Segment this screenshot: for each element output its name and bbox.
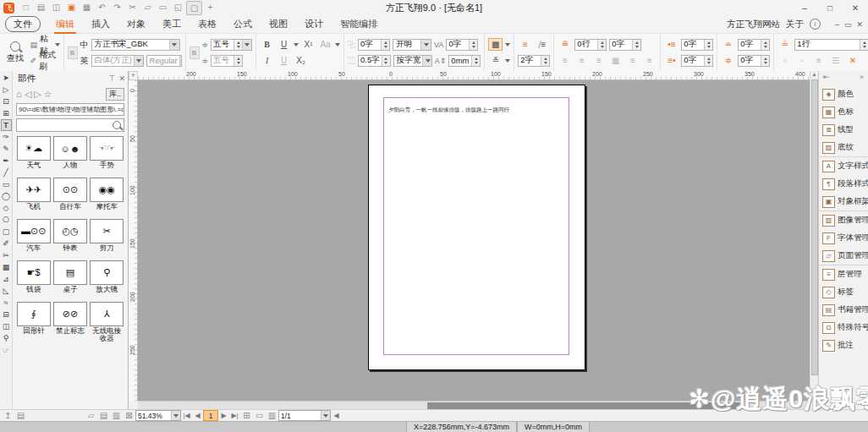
- linegap-spinner[interactable]: 0.5字: [358, 55, 391, 67]
- vertical-scroll-thumb[interactable]: [811, 79, 818, 375]
- close-button[interactable]: ✕: [843, 1, 868, 15]
- dock-panel-item[interactable]: A 文字样式: [819, 156, 868, 175]
- first-page-button[interactable]: |◀: [181, 412, 192, 419]
- dock-panel-item[interactable]: ✎ 批注: [819, 336, 868, 354]
- direct-select-tool[interactable]: ▷: [1, 84, 12, 96]
- kerning-spinner[interactable]: 0字: [358, 39, 390, 51]
- dock-panel-item[interactable]: ▣ 对象框架: [819, 193, 868, 211]
- part-item[interactable]: ▤ 桌子: [52, 260, 87, 301]
- page-tool-icon[interactable]: ▤: [97, 411, 110, 420]
- dock-panel-item[interactable]: ¶ 段落样式: [819, 175, 868, 193]
- kern-mode-select[interactable]: 开明: [393, 39, 431, 51]
- indent-right-spinner[interactable]: 0字: [681, 55, 713, 67]
- doc-minimize-button[interactable]: –: [835, 20, 839, 29]
- next-page-button[interactable]: ▶: [218, 412, 229, 419]
- ribbon-tab[interactable]: 插入: [83, 15, 118, 34]
- part-item[interactable]: ✈✈ 飞机: [16, 178, 51, 218]
- paste-icon[interactable]: ▭: [156, 1, 170, 14]
- polygon-tool[interactable]: ⎔: [1, 214, 12, 226]
- page-tool-icon[interactable]: ▱: [85, 411, 97, 420]
- dock-panel-item[interactable]: ≡ 层管理: [819, 265, 868, 283]
- page-tool-icon[interactable]: ⊠: [123, 411, 135, 420]
- dock-collapse-icon[interactable]: ⇤: [823, 73, 830, 84]
- collapse-bar-icon[interactable]: ◀: [331, 412, 342, 419]
- export-image-icon[interactable]: ▦: [80, 1, 94, 14]
- part-item[interactable]: ∮ 回形针: [16, 302, 51, 342]
- frame-tool[interactable]: ⊞: [1, 107, 12, 119]
- crop-tool[interactable]: ⊡: [1, 96, 12, 107]
- scroll-up-icon[interactable]: ▲: [810, 72, 818, 77]
- ribbon-tab[interactable]: 智能编排: [332, 15, 386, 34]
- justify-icon[interactable]: ▦: [608, 54, 623, 67]
- part-item[interactable]: ⊘⊘ 禁止标志: [52, 302, 87, 342]
- ribbon-tab[interactable]: 美工: [154, 15, 190, 34]
- warp-tool[interactable]: ≈: [1, 297, 12, 309]
- dock-panel-item[interactable]: ▥ 图像管理: [819, 211, 868, 229]
- doc-close-button[interactable]: ✕: [856, 20, 863, 29]
- doc-restore-button[interactable]: ▭: [844, 20, 852, 29]
- page-tool-icon[interactable]: ▥: [110, 411, 123, 420]
- undo-icon[interactable]: ↶: [95, 1, 109, 14]
- dock-panel-item[interactable]: ≣ 线型: [819, 121, 868, 139]
- new-file-icon[interactable]: □: [19, 1, 33, 14]
- forward-icon[interactable]: ▷: [34, 89, 41, 100]
- dock-panel-item[interactable]: Ω 特殊符号: [819, 319, 868, 336]
- ribbon-tab[interactable]: 公式: [225, 15, 261, 34]
- part-item[interactable]: ◉◉ 摩托车: [90, 178, 124, 218]
- space-after-spinner[interactable]: 0字: [609, 39, 641, 51]
- library-folder-icon[interactable]: ▤: [14, 411, 27, 420]
- diamond-tool[interactable]: ◇: [1, 202, 12, 214]
- superscript-button[interactable]: X¹: [301, 38, 316, 51]
- copy-icon[interactable]: ▱: [140, 1, 155, 14]
- dock-panel-item[interactable]: ◈ 颜色: [819, 85, 868, 103]
- en-font-select[interactable]: 白体(方正): [91, 55, 144, 67]
- part-item[interactable]: ☛$ 钱袋: [16, 260, 51, 301]
- prev-page-button[interactable]: ◀: [192, 412, 203, 419]
- text-tool[interactable]: T: [1, 119, 12, 131]
- dock-panel-item[interactable]: ▨ 底纹: [819, 139, 868, 156]
- snapshot-icon[interactable]: ◱: [171, 1, 185, 14]
- dock-panel-item[interactable]: ▦ 色标: [819, 103, 868, 121]
- save-all-icon[interactable]: ▣: [64, 1, 79, 14]
- align-right-icon[interactable]: ≡: [591, 54, 606, 67]
- gradient-tool[interactable]: ▦: [1, 261, 12, 273]
- distribute-icon[interactable]: ≡: [642, 54, 656, 67]
- current-page-box[interactable]: 1: [203, 410, 218, 421]
- underline2-button[interactable]: U: [277, 54, 291, 67]
- part-item[interactable]: ☺☻ 人物: [52, 136, 87, 177]
- app-logo-icon[interactable]: 飞: [3, 3, 14, 14]
- home-icon[interactable]: ⌂: [16, 89, 22, 99]
- align-left-icon[interactable]: ≡: [558, 54, 572, 67]
- grid-option2-icon[interactable]: ▫: [794, 54, 809, 67]
- vertical-ruler[interactable]: 050100150200250: [129, 80, 138, 401]
- fit-mode-select[interactable]: 按字宽: [393, 55, 432, 67]
- library-path-field[interactable]: 90\=dE\数辅\物理\物理辅助图形\.=dE: [16, 103, 124, 116]
- underline-button[interactable]: U: [277, 38, 291, 51]
- load-library-icon[interactable]: ↥: [2, 411, 14, 420]
- library-button[interactable]: 库..: [106, 88, 124, 101]
- parts-search-input[interactable]: [16, 118, 124, 132]
- align-center-icon[interactable]: ≡: [574, 54, 589, 67]
- pen-tool[interactable]: ✒: [1, 155, 12, 167]
- first-indent-spinner[interactable]: 2字: [518, 55, 550, 67]
- page-text[interactable]: 夕阳白雪，一帆一线前缘排版，排版路上一路同行: [388, 107, 515, 113]
- zoom-select[interactable]: 51.43%: [135, 410, 181, 421]
- cut-icon[interactable]: ✂: [125, 1, 140, 14]
- subscript-button[interactable]: X₂: [294, 54, 308, 67]
- dock-panel-item[interactable]: ◇ 标签: [819, 283, 868, 301]
- page-range-select[interactable]: 1/1: [278, 410, 331, 421]
- indent-right-icon[interactable]: ⧸≡: [535, 38, 549, 51]
- emphasis-mark-button[interactable]: ▩: [488, 38, 503, 51]
- info-icon[interactable]: i: [810, 19, 821, 30]
- shear-tool[interactable]: ⊿: [1, 273, 12, 285]
- part-item[interactable]: ☀☁ 天气: [16, 136, 51, 177]
- minimize-button[interactable]: –: [792, 1, 817, 15]
- rounded-rect-tool[interactable]: ▢: [1, 226, 12, 238]
- last-page-button[interactable]: ▶|: [229, 412, 240, 419]
- bold-button[interactable]: B: [260, 38, 274, 51]
- find-button[interactable]: 查找: [3, 41, 27, 64]
- redo-icon[interactable]: ↷: [110, 1, 124, 14]
- chart-tool[interactable]: ◫: [1, 320, 12, 332]
- indent-left-icon[interactable]: ≡: [518, 38, 532, 51]
- document-page[interactable]: 夕阳白雪，一帆一线前缘排版，排版路上一路同行: [368, 85, 585, 370]
